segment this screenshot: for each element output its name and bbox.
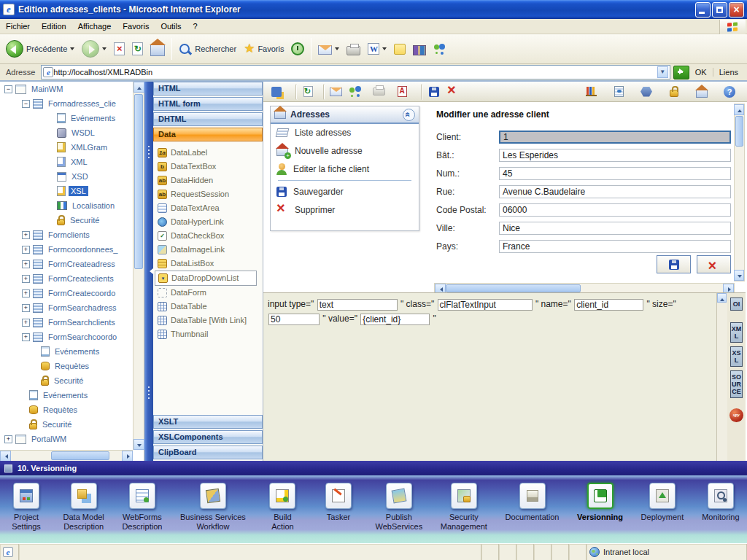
field-input[interactable]: Les Esperides xyxy=(499,149,731,162)
workflow-item-button[interactable] xyxy=(708,483,734,509)
print-button[interactable] xyxy=(344,42,363,57)
tree-item[interactable]: FormSearchclients xyxy=(0,315,133,330)
panel-link[interactable]: Editer la fiche client xyxy=(271,160,419,178)
favorites-button[interactable]: ★ Favoris xyxy=(241,41,287,57)
scroll-left-button[interactable] xyxy=(0,451,11,461)
workflow-item-button[interactable] xyxy=(519,483,546,509)
forward-button[interactable] xyxy=(79,39,109,59)
stop-button[interactable]: × xyxy=(111,41,128,57)
workflow-item-button[interactable] xyxy=(129,483,155,509)
workspace-tool-button[interactable] xyxy=(347,84,364,100)
toolbox-section-header[interactable]: HTML xyxy=(153,82,263,96)
expand-toggle-icon[interactable] xyxy=(4,435,12,443)
panel-action[interactable]: Sauvegarder xyxy=(271,183,419,201)
toolbox-item[interactable]: DataHidden xyxy=(155,174,261,187)
expand-toggle-icon[interactable] xyxy=(22,304,30,312)
field-input[interactable]: 45 xyxy=(499,167,731,180)
scroll-down-button[interactable] xyxy=(734,270,744,281)
expand-toggle-icon[interactable] xyxy=(22,231,30,239)
tree-item[interactable]: MainWM xyxy=(0,82,133,96)
toolbox-item[interactable]: DataTextArea xyxy=(155,201,261,215)
tree-item[interactable]: Requètes xyxy=(0,359,133,373)
scroll-right-button[interactable] xyxy=(122,451,133,461)
workspace-tool-button[interactable] xyxy=(582,84,600,100)
workflow-item[interactable]: Monitoring xyxy=(702,483,740,522)
tree-item[interactable]: XML xyxy=(0,155,133,169)
form-delete-button[interactable] xyxy=(697,255,731,273)
workspace-tool-button[interactable] xyxy=(721,84,738,100)
field-input[interactable]: 1 xyxy=(499,131,731,144)
form-scroll-thumb[interactable] xyxy=(735,116,743,147)
workflow-item[interactable]: WebForms Description xyxy=(122,483,162,532)
view-button[interactable]: XSL xyxy=(730,346,743,367)
field-input[interactable]: Nice xyxy=(499,222,731,235)
tree-item[interactable]: Formadresses_clie xyxy=(0,96,133,111)
tree-item[interactable]: WSDL xyxy=(0,125,133,140)
scroll-up-button[interactable] xyxy=(717,293,727,303)
tree-item[interactable]: Securité xyxy=(0,417,133,432)
scroll-down-button[interactable] xyxy=(133,439,144,450)
workspace-tool-button[interactable] xyxy=(693,84,711,100)
field-input[interactable]: France xyxy=(499,240,731,253)
workspace-tool-button[interactable] xyxy=(370,84,387,100)
minimize-button[interactable] xyxy=(695,2,711,18)
expand-toggle-icon[interactable] xyxy=(22,275,30,283)
scroll-up-button[interactable] xyxy=(133,82,144,93)
tree-item[interactable]: Formcoordonnees_ xyxy=(0,242,133,257)
back-button[interactable]: Précédente xyxy=(3,39,77,59)
home-button[interactable] xyxy=(147,40,168,58)
toolbox-item[interactable]: DataDropDownList xyxy=(155,271,257,286)
workspace-tool-button[interactable] xyxy=(610,84,627,100)
workspace-tool-button[interactable] xyxy=(268,84,285,100)
workflow-item[interactable]: Documentation xyxy=(506,483,560,522)
expand-toggle-icon[interactable] xyxy=(22,246,30,254)
workflow-item-button[interactable] xyxy=(587,483,614,509)
field-input[interactable]: 06000 xyxy=(499,203,731,217)
tree-item[interactable]: XSL xyxy=(0,184,133,198)
tree-item[interactable]: Securité xyxy=(0,213,133,228)
workspace-tool-button[interactable] xyxy=(665,84,683,100)
source-code-area[interactable]: input type=" text " class=" clFlatTextIn… xyxy=(263,292,717,461)
go-button[interactable] xyxy=(673,66,689,79)
refresh-button[interactable]: ↻ xyxy=(129,41,146,57)
workspace-tool-button[interactable] xyxy=(323,84,341,100)
workflow-item-button[interactable] xyxy=(649,483,676,509)
expand-toggle-icon[interactable] xyxy=(22,333,30,341)
toolbox-item[interactable]: DataCheckBox xyxy=(155,229,261,243)
workflow-item[interactable]: Business Services Workflow xyxy=(180,483,246,532)
tree-item[interactable]: FormCreateclients xyxy=(0,271,133,286)
toolbox-item[interactable]: DataTable [With Link] xyxy=(155,314,261,327)
view-button[interactable]: SOURCE xyxy=(730,370,743,398)
workspace-tool-button[interactable] xyxy=(638,84,655,100)
tree-hscroll-thumb[interactable] xyxy=(51,451,109,460)
toolbox-section-header-active[interactable]: Data xyxy=(153,128,263,141)
tree-scroll-thumb[interactable] xyxy=(134,94,143,269)
workflow-item-button[interactable] xyxy=(325,483,352,509)
workflow-item[interactable]: Tasker xyxy=(320,483,357,522)
code-vertical-scrollbar[interactable] xyxy=(717,292,727,461)
form-hscroll-thumb[interactable] xyxy=(446,284,581,292)
workflow-item-button[interactable] xyxy=(200,483,226,509)
toolbox-section-header[interactable]: XSLComponents xyxy=(153,430,263,444)
note-button[interactable] xyxy=(391,42,409,56)
workflow-item[interactable]: Build Action xyxy=(263,483,301,532)
field-input[interactable]: Avenue C.Baudelaire xyxy=(499,185,731,198)
tree-vertical-scrollbar[interactable] xyxy=(133,82,144,450)
workspace-tool-button[interactable] xyxy=(393,84,411,100)
tree-item[interactable]: FormSearchcoordo xyxy=(0,330,133,344)
toolbox-item[interactable]: Thumbnail xyxy=(155,327,261,341)
tree-item[interactable]: Localisation xyxy=(0,198,133,213)
tree-item[interactable]: Securité xyxy=(0,373,133,388)
menu-item[interactable]: Fichier xyxy=(0,20,36,33)
expand-toggle-icon[interactable] xyxy=(4,85,12,93)
workflow-item[interactable]: Deployment xyxy=(641,483,684,522)
toolbox-section-header[interactable]: DHTML xyxy=(153,112,263,126)
workflow-item-button[interactable] xyxy=(71,483,97,509)
workflow-item[interactable]: Versionning xyxy=(577,483,623,522)
toolbox-item[interactable]: DataLabel xyxy=(155,146,261,160)
restore-button[interactable] xyxy=(712,2,727,18)
expand-toggle-icon[interactable] xyxy=(22,319,30,327)
tree-item[interactable]: XSD xyxy=(0,169,133,184)
tree-item[interactable]: Requètes xyxy=(0,402,133,417)
workspace-tool-button[interactable] xyxy=(295,84,313,100)
